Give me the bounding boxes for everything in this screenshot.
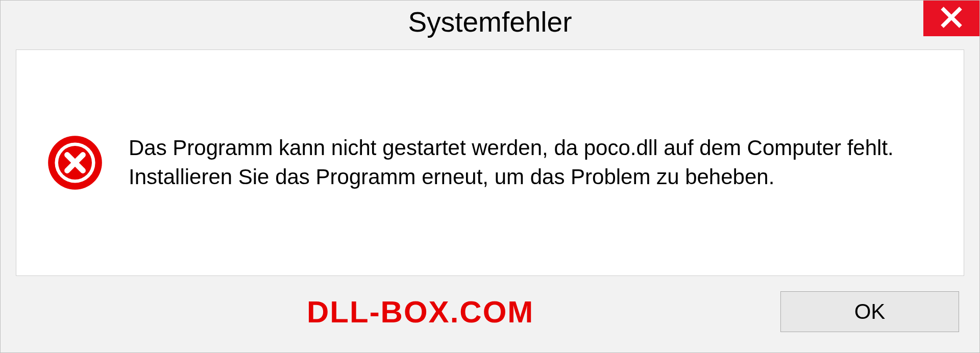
close-icon [940, 6, 963, 31]
dialog-footer: DLL-BOX.COM OK [1, 286, 979, 352]
error-message: Das Programm kann nicht gestartet werden… [129, 134, 933, 191]
titlebar: Systemfehler [1, 1, 979, 46]
error-icon [47, 135, 103, 191]
watermark-text: DLL-BOX.COM [307, 294, 534, 330]
close-button[interactable] [923, 1, 979, 36]
content-panel: Das Programm kann nicht gestartet werden… [16, 49, 964, 276]
dialog-title: Systemfehler [408, 6, 572, 38]
error-dialog: Systemfehler Das Programm kann nicht ges… [0, 0, 980, 353]
ok-button[interactable]: OK [780, 291, 959, 332]
